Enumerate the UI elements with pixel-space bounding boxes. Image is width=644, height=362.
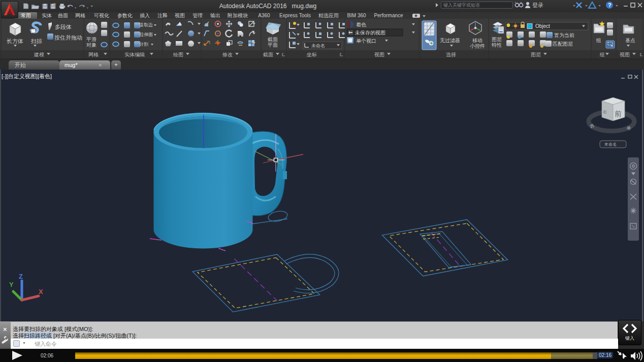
svg-text:对象: 对象: [86, 42, 96, 48]
svg-text:图层: 图层: [492, 37, 502, 42]
svg-text:?: ?: [608, 2, 611, 8]
svg-text:长方体: 长方体: [6, 38, 23, 44]
svg-text:实体编辑: 实体编辑: [124, 52, 145, 57]
svg-text:组: 组: [599, 52, 605, 57]
svg-text:前: 前: [615, 110, 622, 118]
svg-text:未保存的视图: 未保存的视图: [355, 30, 385, 36]
svg-text:Y: Y: [9, 281, 14, 288]
svg-text:组: 组: [596, 38, 601, 43]
svg-text:特性: 特性: [492, 42, 502, 48]
svg-text:建模: 建模: [34, 52, 44, 57]
svg-text:Z: Z: [19, 273, 23, 280]
svg-text:分割: 分割: [139, 42, 148, 47]
svg-text:基点: 基点: [625, 38, 635, 43]
svg-text:网格: 网格: [88, 52, 99, 57]
svg-text:多段体: 多段体: [55, 24, 72, 30]
svg-text:截面: 截面: [267, 37, 278, 42]
svg-text:登录: 登录: [532, 2, 543, 8]
svg-text:视图: 视图: [620, 52, 630, 57]
svg-text:拉伸面: 拉伸面: [139, 32, 153, 37]
svg-text:小控件: 小控件: [470, 43, 485, 49]
svg-text:修改: 修改: [222, 52, 233, 57]
svg-text:X: X: [39, 288, 43, 295]
svg-text:匹配图层: 匹配图层: [553, 41, 573, 47]
svg-text:图层: 图层: [531, 52, 541, 57]
svg-text:选择: 选择: [446, 52, 456, 57]
svg-text:无过滤器: 无过滤器: [440, 38, 460, 43]
svg-text:扫掠: 扫掠: [30, 38, 42, 44]
svg-text:未命名: 未命名: [311, 43, 325, 48]
svg-text:按住并拖动: 按住并拖动: [54, 35, 82, 41]
svg-text:Object: Object: [535, 23, 550, 29]
svg-text:坐标: 坐标: [306, 52, 317, 57]
svg-text:视图: 视图: [374, 52, 384, 57]
svg-text:平面: 平面: [268, 42, 278, 48]
svg-text:着色: 着色: [356, 22, 367, 27]
svg-text:绘图: 绘图: [173, 52, 183, 57]
svg-text:平滑: 平滑: [86, 37, 96, 42]
svg-text:截面: 截面: [263, 52, 273, 57]
svg-text:右: 右: [603, 110, 607, 114]
svg-text:移动: 移动: [472, 38, 482, 43]
svg-text:未命名: 未命名: [604, 142, 617, 147]
svg-text:单个视口: 单个视口: [356, 38, 376, 44]
svg-text:提取边: 提取边: [139, 22, 153, 27]
svg-text:置为当前: 置为当前: [554, 32, 574, 38]
